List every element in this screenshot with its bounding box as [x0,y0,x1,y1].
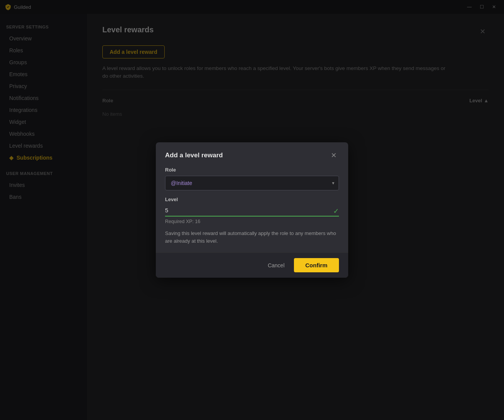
level-check-icon: ✓ [333,207,339,215]
level-label: Level [165,197,339,202]
modal-title: Add a level reward [165,152,223,159]
level-input[interactable] [165,205,339,217]
level-field-wrapper: ✓ [165,205,339,217]
modal-body: Role @Initiate @Member @Veteran ▾ Level … [156,167,348,252]
required-xp: Required XP: 16 [165,219,339,224]
role-select[interactable]: @Initiate @Member @Veteran [165,176,339,190]
modal: Add a level reward ✕ Role @Initiate @Mem… [156,142,348,278]
role-label: Role [165,167,339,173]
role-select-wrapper: @Initiate @Member @Veteran ▾ [165,176,339,190]
modal-header: Add a level reward ✕ [156,142,348,167]
modal-close-button[interactable]: ✕ [328,150,339,161]
confirm-button[interactable]: Confirm [294,258,339,272]
cancel-button[interactable]: Cancel [263,259,289,272]
modal-footer: Cancel Confirm [156,252,348,278]
auto-apply-note: Saving this level reward will automatica… [165,230,339,245]
modal-overlay: Add a level reward ✕ Role @Initiate @Mem… [0,0,504,420]
